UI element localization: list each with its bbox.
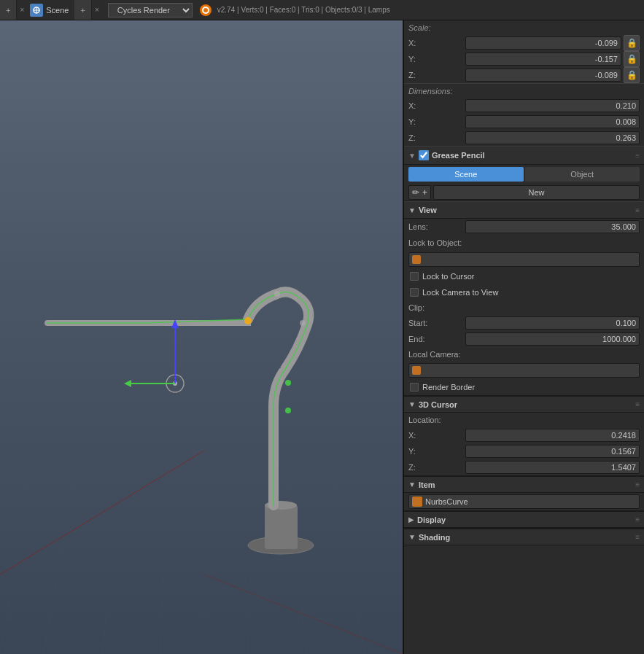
lock-cursor-cb[interactable] [410, 272, 419, 281]
gp-menu: ≡ [635, 152, 640, 160]
clip-label: Clip: [408, 303, 424, 312]
lock-object-label: Lock to Object: [408, 238, 462, 247]
clip-start-row: Start: 0.100 [404, 315, 644, 331]
cursor-x-label: X: [408, 431, 463, 440]
local-camera-row [404, 362, 644, 379]
dimensions-label: Dimensions: [408, 87, 463, 96]
dim-x-field[interactable]: 0.210 [465, 99, 640, 112]
svg-line-23 [204, 575, 403, 654]
cursor-y-label: Y: [408, 447, 463, 456]
nurbs-icon [412, 497, 422, 507]
cursor-x-value: 0.2418 [611, 431, 636, 440]
view-section-header[interactable]: ▼ View ≡ [404, 201, 644, 219]
svg-point-36 [285, 380, 291, 386]
nurbs-value: NurbsCurve [425, 497, 468, 506]
scale-x-lock[interactable]: 🔒 [624, 35, 640, 51]
lock-object-label-row: Lock to Object: [404, 235, 644, 251]
scale-x-value: -0.099 [595, 39, 618, 47]
tab-group-2: + × [74, 0, 101, 20]
display-section-header[interactable]: ▶ Display ≡ [404, 510, 644, 528]
cursor-x-field[interactable]: 0.2418 [465, 429, 640, 442]
cursor-title: 3D Cursor [419, 400, 457, 409]
dim-x-row: X: 0.210 [404, 98, 644, 114]
lock-cursor-label: Lock to Cursor [422, 272, 475, 281]
shading-section-header[interactable]: ▼ Shading ≡ [404, 528, 644, 545]
cursor-menu: ≡ [635, 400, 640, 408]
tab-close-2[interactable]: × [92, 6, 102, 14]
dim-z-row: Z: 0.263 [404, 130, 644, 146]
svg-line-14 [44, 443, 80, 654]
clip-end-value: 1000.000 [602, 335, 636, 343]
lens-field[interactable]: 35.000 [465, 220, 640, 233]
scale-z-lock[interactable]: 🔒 [624, 67, 640, 83]
nurbs-selector[interactable]: NurbsCurve [408, 494, 640, 509]
info-bar: v2.74 | Verts:0 | Faces:0 | Tris:0 | Obj… [217, 6, 390, 14]
dimensions-section: Dimensions: X: 0.210 Y: 0.008 Z: 0.263 [404, 83, 644, 146]
blender-logo [198, 3, 213, 17]
render-border-label: Render Border [422, 383, 475, 392]
dim-z-field[interactable]: 0.263 [465, 131, 640, 144]
scale-x-field[interactable]: -0.099 [465, 36, 621, 50]
tab-object[interactable]: Object [525, 167, 640, 182]
lock-cursor-row: Lock to Cursor [404, 268, 644, 284]
cursor-section-header[interactable]: ▼ 3D Cursor ≡ [404, 395, 644, 413]
item-menu: ≡ [635, 480, 640, 488]
render-engine-selector[interactable]: Cycles Render Blender Render [108, 3, 193, 17]
plus-icon: + [422, 187, 427, 198]
clip-start-field[interactable]: 0.100 [465, 316, 640, 330]
svg-line-15 [102, 443, 124, 654]
gp-tabs: Scene Object [404, 165, 644, 184]
scale-z-field[interactable]: -0.089 [465, 69, 621, 82]
render-border-row: Render Border [404, 379, 644, 395]
svg-point-34 [274, 291, 280, 297]
scale-x-label: X: [408, 39, 463, 47]
scene-label: Scene [46, 6, 69, 15]
dim-z-value: 0.263 [616, 133, 636, 142]
item-section-header[interactable]: ▼ Item ≡ [404, 475, 644, 493]
svg-line-21 [372, 443, 403, 567]
shading-arrow: ▼ [408, 533, 416, 541]
svg-line-13 [0, 443, 36, 654]
cursor-z-field[interactable]: 1.5407 [465, 461, 640, 474]
grease-pencil-checkbox[interactable] [419, 150, 429, 160]
gp-new-row: ✏ + New [404, 184, 644, 201]
display-arrow: ▶ [408, 515, 414, 523]
tab-scene[interactable]: Scene [408, 167, 524, 182]
cursor-y-row: Y: 0.1567 [404, 443, 644, 459]
dim-x-label: X: [408, 101, 463, 110]
lens-value: 35.000 [611, 222, 636, 231]
svg-line-22 [0, 451, 204, 575]
svg-point-37 [285, 408, 291, 413]
local-camera-selector[interactable] [408, 363, 640, 378]
scale-y-label: Y: [408, 55, 463, 63]
svg-point-33 [244, 317, 252, 324]
scale-z-label: Z: [408, 71, 463, 79]
cursor-z-label: Z: [408, 463, 463, 472]
cursor-location-label: Location: [408, 416, 441, 424]
svg-point-35 [300, 320, 306, 326]
gp-new-button[interactable]: New [433, 185, 640, 200]
scale-section: Scale: X: -0.099 🔒 Y: -0.157 🔒 Z: -0.089… [404, 20, 644, 83]
view-menu: ≡ [635, 206, 640, 214]
tab-close-1[interactable]: × [17, 6, 27, 14]
item-title: Item [419, 480, 435, 489]
lock-object-selector[interactable] [408, 252, 640, 267]
scale-y-lock[interactable]: 🔒 [624, 51, 640, 67]
viewport[interactable] [0, 20, 403, 654]
grease-pencil-header[interactable]: ▼ Grease Pencil ≡ [404, 146, 644, 165]
clip-end-field[interactable]: 1000.000 [465, 332, 640, 346]
dim-x-value: 0.210 [616, 101, 636, 110]
cursor-arrow: ▼ [408, 400, 416, 408]
render-border-cb[interactable] [410, 383, 419, 392]
lock-camera-cb[interactable] [410, 288, 419, 297]
scale-y-field[interactable]: -0.157 [465, 52, 621, 66]
cursor-y-field[interactable]: 0.1567 [465, 445, 640, 458]
cursor-y-value: 0.1567 [611, 447, 636, 456]
grease-pencil-title: Grease Pencil [432, 151, 485, 160]
view-arrow: ▼ [408, 206, 416, 214]
tab-add-2[interactable]: + [74, 0, 91, 20]
nurbs-row: NurbsCurve [404, 493, 644, 510]
topbar: + × Scene + × Cycles Render Blender Rend… [0, 0, 644, 20]
tab-add-1[interactable]: + [0, 0, 17, 20]
dim-y-field[interactable]: 0.008 [465, 115, 640, 128]
